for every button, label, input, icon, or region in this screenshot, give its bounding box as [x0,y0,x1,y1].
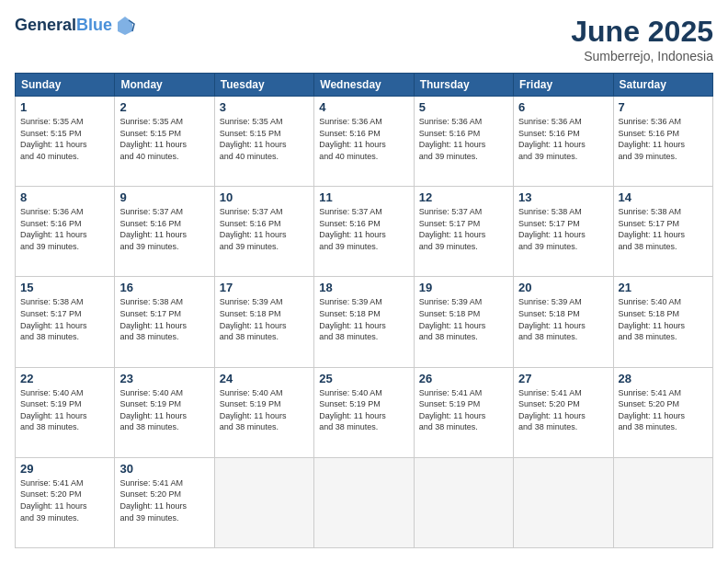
day-info: Sunrise: 5:41 AMSunset: 5:20 PMDaylight:… [518,387,608,433]
day-info: Sunrise: 5:39 AMSunset: 5:18 PMDaylight:… [319,296,408,342]
day-number: 26 [419,372,508,385]
day-number: 27 [518,372,608,385]
day-number: 8 [20,190,109,204]
calendar-cell: 14Sunrise: 5:38 AMSunset: 5:17 PMDayligh… [613,187,712,277]
calendar-cell: 16Sunrise: 5:38 AMSunset: 5:17 PMDayligh… [115,277,214,367]
weekday-header: Tuesday [214,74,313,97]
day-info: Sunrise: 5:39 AMSunset: 5:18 PMDaylight:… [419,296,508,342]
day-info: Sunrise: 5:37 AMSunset: 5:16 PMDaylight:… [119,206,209,252]
calendar-cell: 17Sunrise: 5:39 AMSunset: 5:18 PMDayligh… [214,277,313,367]
day-info: Sunrise: 5:40 AMSunset: 5:19 PMDaylight:… [319,387,408,433]
calendar-cell: 22Sunrise: 5:40 AMSunset: 5:19 PMDayligh… [16,367,115,457]
calendar-cell: 5Sunrise: 5:36 AMSunset: 5:16 PMDaylight… [414,97,513,187]
day-info: Sunrise: 5:41 AMSunset: 5:20 PMDaylight:… [20,477,109,523]
page: GeneralBlue June 2025 Sumberrejo, Indone… [0,0,728,563]
weekday-header: Saturday [613,74,712,97]
calendar-cell: 24Sunrise: 5:40 AMSunset: 5:19 PMDayligh… [214,367,313,457]
day-info: Sunrise: 5:35 AMSunset: 5:15 PMDaylight:… [119,116,209,162]
day-number: 13 [518,190,608,204]
day-number: 21 [619,281,708,294]
calendar-cell: 13Sunrise: 5:38 AMSunset: 5:17 PMDayligh… [514,187,613,277]
day-info: Sunrise: 5:38 AMSunset: 5:17 PMDaylight:… [619,206,708,252]
calendar-cell [414,457,513,547]
calendar-cell: 3Sunrise: 5:35 AMSunset: 5:15 PMDaylight… [214,97,313,187]
day-number: 3 [220,100,309,114]
calendar-cell: 21Sunrise: 5:40 AMSunset: 5:18 PMDayligh… [613,277,712,367]
day-number: 16 [119,281,209,294]
day-info: Sunrise: 5:35 AMSunset: 5:15 PMDaylight:… [220,116,309,162]
day-number: 29 [20,462,109,476]
calendar-cell: 20Sunrise: 5:39 AMSunset: 5:18 PMDayligh… [514,277,613,367]
calendar-cell: 15Sunrise: 5:38 AMSunset: 5:17 PMDayligh… [16,277,115,367]
day-info: Sunrise: 5:38 AMSunset: 5:17 PMDaylight:… [518,206,608,252]
day-number: 12 [419,190,508,204]
calendar: SundayMondayTuesdayWednesdayThursdayFrid… [15,73,713,548]
day-number: 30 [119,462,209,476]
day-info: Sunrise: 5:36 AMSunset: 5:16 PMDaylight:… [619,116,708,162]
calendar-cell: 2Sunrise: 5:35 AMSunset: 5:15 PMDaylight… [115,97,214,187]
header: GeneralBlue June 2025 Sumberrejo, Indone… [15,15,713,63]
day-number: 22 [20,372,109,385]
day-number: 2 [119,100,209,114]
day-info: Sunrise: 5:40 AMSunset: 5:18 PMDaylight:… [619,296,708,342]
day-info: Sunrise: 5:36 AMSunset: 5:16 PMDaylight:… [518,116,608,162]
day-number: 11 [319,190,408,204]
calendar-cell: 9Sunrise: 5:37 AMSunset: 5:16 PMDaylight… [115,187,214,277]
day-info: Sunrise: 5:37 AMSunset: 5:16 PMDaylight:… [220,206,309,252]
calendar-cell [514,457,613,547]
calendar-cell: 10Sunrise: 5:37 AMSunset: 5:16 PMDayligh… [214,187,313,277]
day-info: Sunrise: 5:36 AMSunset: 5:16 PMDaylight:… [419,116,508,162]
day-info: Sunrise: 5:39 AMSunset: 5:18 PMDaylight:… [518,296,608,342]
calendar-week-row: 8Sunrise: 5:36 AMSunset: 5:16 PMDaylight… [16,187,713,277]
logo: GeneralBlue [15,15,136,37]
day-number: 1 [20,100,109,114]
day-info: Sunrise: 5:41 AMSunset: 5:19 PMDaylight:… [419,387,508,433]
day-info: Sunrise: 5:38 AMSunset: 5:17 PMDaylight:… [20,296,109,342]
weekday-header: Wednesday [314,74,414,97]
calendar-cell: 7Sunrise: 5:36 AMSunset: 5:16 PMDaylight… [613,97,712,187]
day-info: Sunrise: 5:40 AMSunset: 5:19 PMDaylight:… [119,387,209,433]
day-number: 14 [619,190,708,204]
day-info: Sunrise: 5:36 AMSunset: 5:16 PMDaylight:… [319,116,408,162]
weekday-header: Friday [514,74,613,97]
day-number: 17 [220,281,309,294]
calendar-cell [613,457,712,547]
logo-icon [114,15,136,37]
calendar-cell: 8Sunrise: 5:36 AMSunset: 5:16 PMDaylight… [16,187,115,277]
day-info: Sunrise: 5:37 AMSunset: 5:16 PMDaylight:… [319,206,408,252]
calendar-cell: 23Sunrise: 5:40 AMSunset: 5:19 PMDayligh… [115,367,214,457]
calendar-header: SundayMondayTuesdayWednesdayThursdayFrid… [16,74,713,97]
day-info: Sunrise: 5:41 AMSunset: 5:20 PMDaylight:… [119,477,209,523]
calendar-cell: 30Sunrise: 5:41 AMSunset: 5:20 PMDayligh… [115,457,214,547]
day-number: 7 [619,100,708,114]
calendar-cell: 1Sunrise: 5:35 AMSunset: 5:15 PMDaylight… [16,97,115,187]
calendar-cell: 11Sunrise: 5:37 AMSunset: 5:16 PMDayligh… [314,187,414,277]
day-number: 28 [619,372,708,385]
calendar-cell: 28Sunrise: 5:41 AMSunset: 5:20 PMDayligh… [613,367,712,457]
day-number: 19 [419,281,508,294]
day-info: Sunrise: 5:39 AMSunset: 5:18 PMDaylight:… [220,296,309,342]
day-number: 18 [319,281,408,294]
calendar-body: 1Sunrise: 5:35 AMSunset: 5:15 PMDaylight… [16,97,713,548]
weekday-header: Thursday [414,74,513,97]
day-number: 4 [319,100,408,114]
calendar-cell: 4Sunrise: 5:36 AMSunset: 5:16 PMDaylight… [314,97,414,187]
calendar-cell [314,457,414,547]
day-number: 15 [20,281,109,294]
calendar-cell: 29Sunrise: 5:41 AMSunset: 5:20 PMDayligh… [16,457,115,547]
weekday-header: Sunday [16,74,115,97]
day-info: Sunrise: 5:35 AMSunset: 5:15 PMDaylight:… [20,116,109,162]
day-info: Sunrise: 5:41 AMSunset: 5:20 PMDaylight:… [619,387,708,433]
calendar-cell [214,457,313,547]
month-title: June 2025 [571,15,713,49]
logo-text: GeneralBlue [15,17,112,35]
calendar-cell: 26Sunrise: 5:41 AMSunset: 5:19 PMDayligh… [414,367,513,457]
calendar-cell: 27Sunrise: 5:41 AMSunset: 5:20 PMDayligh… [514,367,613,457]
calendar-cell: 25Sunrise: 5:40 AMSunset: 5:19 PMDayligh… [314,367,414,457]
calendar-cell: 12Sunrise: 5:37 AMSunset: 5:17 PMDayligh… [414,187,513,277]
weekday-row: SundayMondayTuesdayWednesdayThursdayFrid… [16,74,713,97]
day-info: Sunrise: 5:38 AMSunset: 5:17 PMDaylight:… [119,296,209,342]
day-info: Sunrise: 5:37 AMSunset: 5:17 PMDaylight:… [419,206,508,252]
calendar-week-row: 29Sunrise: 5:41 AMSunset: 5:20 PMDayligh… [16,457,713,547]
day-info: Sunrise: 5:40 AMSunset: 5:19 PMDaylight:… [20,387,109,433]
